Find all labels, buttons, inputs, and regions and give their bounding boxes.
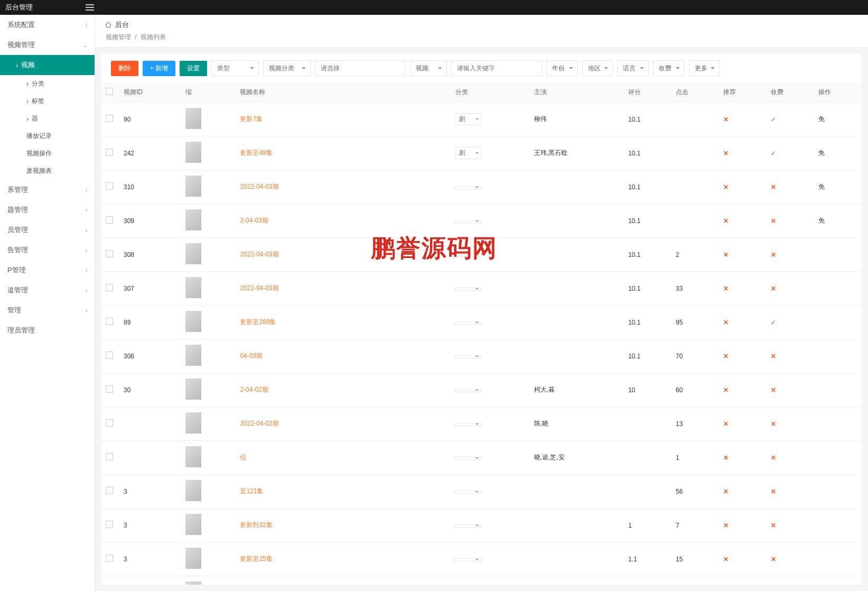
- cell-rec[interactable]: ✕: [719, 576, 767, 585]
- cell-rec[interactable]: ✕: [719, 339, 767, 373]
- cell-name[interactable]: 更新至25集: [236, 542, 451, 576]
- cell-rec2[interactable]: ✕: [767, 272, 814, 306]
- cell-name[interactable]: 更新至268集: [236, 306, 451, 339]
- select-all-checkbox[interactable]: [106, 88, 113, 95]
- cell-rec[interactable]: ✕: [719, 509, 767, 542]
- cell-category[interactable]: [451, 170, 529, 204]
- cell-name[interactable]: 2022-04-03期: [236, 272, 451, 306]
- cell-name[interactable]: 更新到29集: [236, 576, 451, 585]
- cell-category[interactable]: [451, 204, 529, 238]
- sidebar-item-11[interactable]: 员管理‹: [0, 220, 95, 240]
- cell-rec2[interactable]: ✕: [767, 170, 814, 204]
- row-checkbox[interactable]: [106, 352, 113, 359]
- sidebar-item-videoop[interactable]: 视频操作: [16, 145, 95, 162]
- row-checkbox[interactable]: [106, 250, 113, 257]
- cell-rec[interactable]: ✕: [719, 373, 767, 407]
- cell-rec2[interactable]: ✕: [767, 238, 814, 272]
- row-checkbox[interactable]: [106, 521, 113, 528]
- row-checkbox[interactable]: [106, 555, 113, 562]
- cell-rec2[interactable]: ✕: [767, 373, 814, 407]
- cell-rec[interactable]: ✕: [719, 407, 767, 441]
- cell-name[interactable]: 更新到32集: [236, 509, 451, 542]
- cell-rec2[interactable]: ✕: [767, 475, 814, 509]
- sidebar-item-system[interactable]: 系统配置 ‹: [0, 15, 95, 35]
- row-checkbox[interactable]: [106, 284, 113, 291]
- filter-source2-select[interactable]: 视频: [410, 60, 447, 76]
- cell-category[interactable]: [451, 475, 529, 509]
- cell-category[interactable]: [451, 407, 529, 441]
- cell-rec[interactable]: ✕: [719, 204, 767, 238]
- hamburger-icon[interactable]: [86, 1, 98, 14]
- filter-area-select[interactable]: 地区: [582, 60, 613, 76]
- filter-year-select[interactable]: 年份: [546, 60, 578, 76]
- col-name[interactable]: 视频名称: [236, 82, 451, 103]
- sidebar-item-13[interactable]: P管理‹: [0, 260, 95, 280]
- cell-category[interactable]: [451, 339, 529, 373]
- cell-rec[interactable]: ✕: [719, 170, 767, 204]
- cell-name[interactable]: 2022-04-03期: [236, 170, 451, 204]
- cell-rec2[interactable]: ✕: [767, 339, 814, 373]
- filter-source-input[interactable]: [315, 60, 406, 76]
- col-id[interactable]: 视频ID: [119, 82, 181, 103]
- row-checkbox[interactable]: [106, 318, 113, 325]
- cell-category[interactable]: [451, 272, 529, 306]
- row-checkbox[interactable]: [106, 419, 113, 427]
- sidebar-item-player[interactable]: ›器: [16, 110, 95, 127]
- cell-name[interactable]: 至121集: [236, 475, 451, 509]
- cell-name[interactable]: 04-03期: [236, 339, 451, 373]
- row-checkbox[interactable]: [106, 487, 113, 494]
- sidebar-item-10[interactable]: 题管理‹: [0, 200, 95, 220]
- row-checkbox[interactable]: [106, 453, 113, 460]
- cell-category[interactable]: [451, 576, 529, 585]
- cell-category[interactable]: [451, 373, 529, 407]
- sidebar-item-video-manage[interactable]: 视频管理 ⌄: [0, 35, 95, 55]
- sidebar-item-trash[interactable]: 废视频表: [16, 162, 95, 180]
- sidebar-item-tags[interactable]: ›标签: [16, 93, 95, 110]
- row-checkbox[interactable]: [106, 149, 113, 156]
- row-checkbox[interactable]: [106, 216, 113, 224]
- cell-rec2[interactable]: ✕: [767, 542, 814, 576]
- breadcrumb-item[interactable]: 视频管理: [106, 33, 131, 41]
- cell-rec[interactable]: ✕: [719, 238, 767, 272]
- cell-rec2[interactable]: ✓: [767, 306, 814, 339]
- cell-rec2[interactable]: ✕: [767, 204, 814, 238]
- cell-rec[interactable]: ✕: [719, 272, 767, 306]
- sidebar-item-9[interactable]: 系管理‹: [0, 180, 95, 200]
- sidebar-item-15[interactable]: 管理‹: [0, 300, 95, 320]
- cell-rec2[interactable]: ✓: [767, 136, 814, 170]
- sidebar-item-14[interactable]: 道管理‹: [0, 280, 95, 300]
- filter-lang-select[interactable]: 语言: [617, 60, 649, 76]
- delete-button[interactable]: 删除: [111, 61, 138, 76]
- setting-button[interactable]: 设置: [180, 61, 207, 76]
- cell-rec[interactable]: ✕: [719, 103, 767, 136]
- cell-category[interactable]: [451, 509, 529, 542]
- cell-name[interactable]: 2-04-03期: [236, 204, 451, 238]
- cell-rec2[interactable]: ✕: [767, 407, 814, 441]
- cell-name[interactable]: 更新至49集: [236, 136, 451, 170]
- cell-rec[interactable]: ✕: [719, 441, 767, 475]
- cell-category[interactable]: [451, 542, 529, 576]
- cell-name[interactable]: 更新7集: [236, 103, 451, 136]
- row-checkbox[interactable]: [106, 182, 113, 190]
- cell-name[interactable]: 2022-04-03期: [236, 238, 451, 272]
- cell-rec2[interactable]: ✕: [767, 441, 814, 475]
- filter-more-select[interactable]: 更多: [689, 60, 720, 76]
- sidebar-item-video[interactable]: › 视频: [0, 55, 95, 75]
- cell-rec2[interactable]: ✕: [767, 576, 814, 585]
- sidebar-item-admin[interactable]: 理员管理: [0, 320, 95, 340]
- cell-name[interactable]: 2022-04-02期: [236, 407, 451, 441]
- sidebar-item-12[interactable]: 告管理‹: [0, 240, 95, 260]
- row-checkbox[interactable]: [106, 385, 113, 393]
- cell-rec[interactable]: ✕: [719, 136, 767, 170]
- add-button[interactable]: + 新增: [143, 61, 175, 76]
- cell-category[interactable]: 剧: [451, 103, 529, 136]
- row-checkbox[interactable]: [106, 115, 113, 122]
- cell-rec[interactable]: ✕: [719, 542, 767, 576]
- cell-rec2[interactable]: ✓: [767, 103, 814, 136]
- cell-category[interactable]: [451, 306, 529, 339]
- cell-rec[interactable]: ✕: [719, 475, 767, 509]
- cell-rec[interactable]: ✕: [719, 306, 767, 339]
- cell-category[interactable]: [451, 441, 529, 475]
- sidebar-item-playlog[interactable]: 播放记录: [16, 127, 95, 145]
- cell-rec2[interactable]: ✕: [767, 509, 814, 542]
